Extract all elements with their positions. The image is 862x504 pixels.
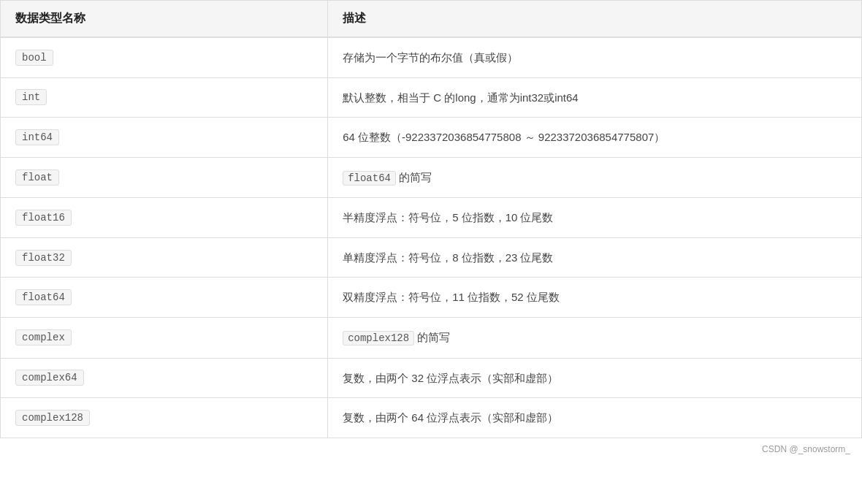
description-cell: 复数，由两个 64 位浮点表示（实部和虚部）	[328, 398, 861, 438]
description-cell: float64 的简写	[328, 157, 861, 198]
table-row: float64双精度浮点：符号位，11 位指数，52 位尾数	[1, 278, 861, 318]
description-cell: 存储为一个字节的布尔值（真或假）	[328, 37, 861, 77]
col-header-type: 数据类型名称	[1, 1, 328, 37]
table-row: complex64复数，由两个 32 位浮点表示（实部和虚部）	[1, 358, 861, 398]
type-cell: bool	[1, 37, 328, 77]
table-row: int默认整数，相当于 C 的long，通常为int32或int64	[1, 77, 861, 118]
type-cell: float16	[1, 198, 328, 238]
type-badge: float16	[15, 210, 72, 226]
inline-code: complex128	[343, 331, 414, 345]
footer-text: CSDN @_snowstorm_	[762, 444, 850, 454]
description-cell: complex128 的简写	[328, 317, 861, 358]
type-cell: float32	[1, 237, 328, 278]
type-badge: complex	[15, 329, 72, 345]
type-cell: float64	[1, 278, 328, 318]
footer: CSDN @_snowstorm_	[0, 438, 862, 460]
type-cell: int	[1, 77, 328, 118]
type-badge: int	[15, 89, 47, 105]
table-row: float16半精度浮点：符号位，5 位指数，10 位尾数	[1, 198, 861, 238]
type-cell: int64	[1, 118, 328, 158]
table-row: floatfloat64 的简写	[1, 157, 861, 198]
table-row: complex128复数，由两个 64 位浮点表示（实部和虚部）	[1, 398, 861, 438]
table-row: int6464 位整数（-9223372036854775808 ～ 92233…	[1, 118, 861, 158]
type-badge: float64	[15, 289, 72, 305]
table-header-row: 数据类型名称 描述	[1, 1, 861, 37]
type-badge: int64	[15, 129, 59, 145]
type-badge: float	[15, 169, 59, 186]
col-header-description: 描述	[328, 1, 861, 37]
table-row: complexcomplex128 的简写	[1, 317, 861, 358]
data-type-table: 数据类型名称 描述 bool存储为一个字节的布尔值（真或假）int默认整数，相当…	[0, 0, 862, 438]
description-cell: 双精度浮点：符号位，11 位指数，52 位尾数	[328, 278, 861, 318]
type-badge: complex128	[15, 410, 90, 426]
type-badge: bool	[15, 50, 53, 66]
description-cell: 半精度浮点：符号位，5 位指数，10 位尾数	[328, 198, 861, 238]
type-badge: float32	[15, 250, 72, 266]
type-cell: complex64	[1, 358, 328, 398]
description-cell: 单精度浮点：符号位，8 位指数，23 位尾数	[328, 237, 861, 278]
description-cell: 复数，由两个 32 位浮点表示（实部和虚部）	[328, 358, 861, 398]
type-cell: complex128	[1, 398, 328, 438]
type-cell: complex	[1, 317, 328, 358]
type-cell: float	[1, 157, 328, 198]
type-badge: complex64	[15, 370, 84, 386]
table-row: bool存储为一个字节的布尔值（真或假）	[1, 37, 861, 77]
description-cell: 64 位整数（-9223372036854775808 ～ 9223372036…	[328, 118, 861, 158]
table-row: float32单精度浮点：符号位，8 位指数，23 位尾数	[1, 237, 861, 278]
inline-code: float64	[343, 171, 396, 186]
description-cell: 默认整数，相当于 C 的long，通常为int32或int64	[328, 77, 861, 118]
